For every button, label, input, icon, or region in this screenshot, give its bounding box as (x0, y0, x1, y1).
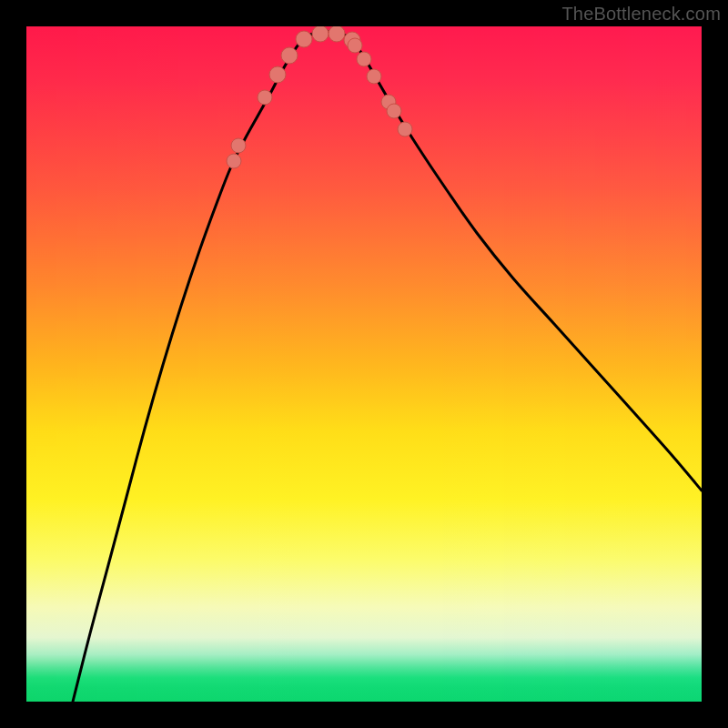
left-marker-1 (227, 154, 241, 168)
right-marker-2 (357, 52, 371, 66)
chart-frame: TheBottleneck.com (0, 0, 728, 728)
watermark-text: TheBottleneck.com (561, 4, 721, 25)
left-marker-2 (231, 138, 246, 153)
right-marker-3 (367, 69, 381, 84)
right-marker-5 (387, 104, 401, 118)
plot-area (26, 26, 702, 702)
bottleneck-curve (73, 32, 702, 702)
curves-group (73, 32, 702, 702)
left-marker-3 (258, 90, 272, 105)
right-marker-1 (348, 38, 362, 53)
floor-marker-3 (329, 26, 345, 42)
markers-group (227, 26, 412, 168)
curve-layer (26, 26, 702, 702)
right-marker-6 (398, 122, 412, 136)
floor-marker-1 (296, 31, 312, 47)
left-marker-5 (281, 47, 298, 64)
floor-marker-2 (312, 26, 329, 42)
left-marker-4 (269, 66, 286, 83)
